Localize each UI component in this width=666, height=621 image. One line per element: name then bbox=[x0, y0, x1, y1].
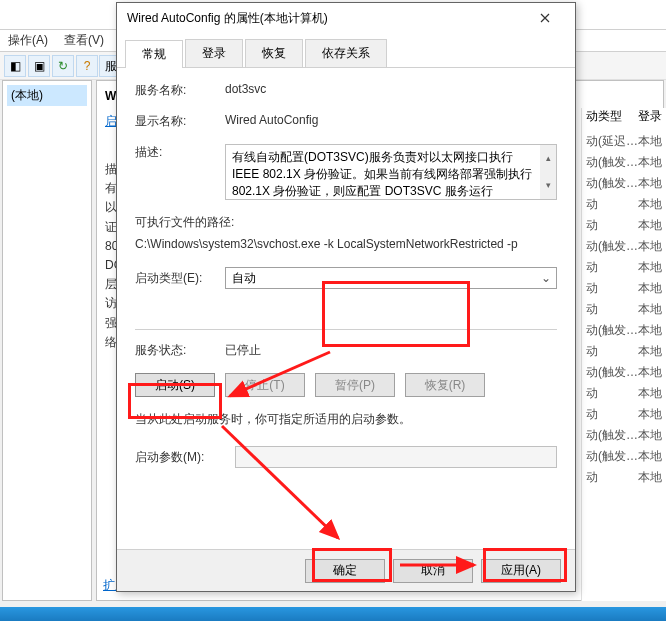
col-logon[interactable]: 登录 bbox=[638, 108, 662, 125]
description-scrollbar[interactable]: ▴▾ bbox=[540, 145, 556, 199]
toolbar-btn-4[interactable]: ? bbox=[76, 55, 98, 77]
start-params-hint: 当从此处启动服务时，你可指定所适用的启动参数。 bbox=[135, 411, 557, 428]
table-row[interactable]: 动本地 bbox=[582, 257, 666, 278]
dialog-body: 服务名称: dot3svc 显示名称: Wired AutoConfig 描述:… bbox=[117, 68, 575, 550]
separator bbox=[135, 329, 557, 330]
stop-button: 停止(T) bbox=[225, 373, 305, 397]
chevron-down-icon[interactable]: ⌄ bbox=[538, 270, 554, 286]
scroll-down-icon[interactable]: ▾ bbox=[540, 172, 556, 199]
col-startup-type[interactable]: 动类型 bbox=[586, 108, 638, 125]
service-status-label: 服务状态: bbox=[135, 342, 225, 359]
table-row[interactable]: 动(触发…本地 bbox=[582, 446, 666, 467]
tab-logon[interactable]: 登录 bbox=[185, 39, 243, 67]
toolbar-btn-1[interactable]: ◧ bbox=[4, 55, 26, 77]
cancel-button[interactable]: 取消 bbox=[393, 559, 473, 583]
menu-action[interactable]: 操作(A) bbox=[8, 32, 48, 49]
apply-button[interactable]: 应用(A) bbox=[481, 559, 561, 583]
close-button[interactable] bbox=[525, 4, 565, 32]
dialog-title-bar[interactable]: Wired AutoConfig 的属性(本地计算机) bbox=[117, 3, 575, 33]
tab-recovery[interactable]: 恢复 bbox=[245, 39, 303, 67]
tree-pane: (本地) bbox=[2, 80, 92, 601]
taskbar bbox=[0, 607, 666, 621]
menu-view[interactable]: 查看(V) bbox=[64, 32, 104, 49]
start-params-input bbox=[235, 446, 557, 468]
table-row[interactable]: 动本地 bbox=[582, 215, 666, 236]
table-row[interactable]: 动(触发…本地 bbox=[582, 425, 666, 446]
start-button[interactable]: 启动(S) bbox=[135, 373, 215, 397]
service-name-label: 服务名称: bbox=[135, 82, 225, 99]
display-name-label: 显示名称: bbox=[135, 113, 225, 130]
table-row[interactable]: 动本地 bbox=[582, 341, 666, 362]
services-table-fragment: 动类型 登录 动(延迟…本地动(触发…本地动(触发…本地动本地动本地动(触发…本… bbox=[581, 108, 666, 601]
tab-dependencies[interactable]: 依存关系 bbox=[305, 39, 387, 67]
service-status-value: 已停止 bbox=[225, 342, 557, 359]
table-row[interactable]: 动本地 bbox=[582, 383, 666, 404]
toolbar-btn-2[interactable]: ▣ bbox=[28, 55, 50, 77]
executable-path-label: 可执行文件的路径: bbox=[135, 214, 557, 231]
executable-path-value: C:\Windows\system32\svchost.exe -k Local… bbox=[135, 237, 557, 251]
start-params-label: 启动参数(M): bbox=[135, 449, 235, 466]
scroll-up-icon[interactable]: ▴ bbox=[540, 145, 556, 172]
table-row[interactable]: 动本地 bbox=[582, 404, 666, 425]
tab-general[interactable]: 常规 bbox=[125, 40, 183, 68]
table-row[interactable]: 动(触发…本地 bbox=[582, 236, 666, 257]
table-row[interactable]: 动本地 bbox=[582, 194, 666, 215]
description-text: 有线自动配置(DOT3SVC)服务负责对以太网接口执行 IEEE 802.1X … bbox=[232, 150, 532, 198]
ok-button[interactable]: 确定 bbox=[305, 559, 385, 583]
properties-dialog: Wired AutoConfig 的属性(本地计算机) 常规 登录 恢复 依存关… bbox=[116, 2, 576, 592]
pause-button: 暂停(P) bbox=[315, 373, 395, 397]
table-row[interactable]: 动本地 bbox=[582, 278, 666, 299]
table-row[interactable]: 动(触发…本地 bbox=[582, 362, 666, 383]
service-name-value: dot3svc bbox=[225, 82, 557, 96]
startup-type-label: 启动类型(E): bbox=[135, 270, 225, 287]
tab-strip: 常规 登录 恢复 依存关系 bbox=[117, 33, 575, 68]
toolbar-btn-3[interactable]: ↻ bbox=[52, 55, 74, 77]
startup-type-combobox[interactable]: 自动 ⌄ bbox=[225, 267, 557, 289]
dialog-footer: 确定 取消 应用(A) bbox=[117, 549, 575, 591]
tree-node-local[interactable]: (本地) bbox=[7, 85, 87, 106]
display-name-value: Wired AutoConfig bbox=[225, 113, 557, 127]
table-row[interactable]: 动(触发…本地 bbox=[582, 320, 666, 341]
table-row[interactable]: 动(触发…本地 bbox=[582, 173, 666, 194]
startup-type-value: 自动 bbox=[232, 270, 256, 287]
table-row[interactable]: 动(触发…本地 bbox=[582, 152, 666, 173]
resume-button: 恢复(R) bbox=[405, 373, 485, 397]
dialog-title: Wired AutoConfig 的属性(本地计算机) bbox=[127, 10, 525, 27]
table-row[interactable]: 动(延迟…本地 bbox=[582, 131, 666, 152]
description-label: 描述: bbox=[135, 144, 225, 161]
description-textbox[interactable]: 有线自动配置(DOT3SVC)服务负责对以太网接口执行 IEEE 802.1X … bbox=[225, 144, 557, 200]
table-row[interactable]: 动本地 bbox=[582, 467, 666, 488]
table-row[interactable]: 动本地 bbox=[582, 299, 666, 320]
